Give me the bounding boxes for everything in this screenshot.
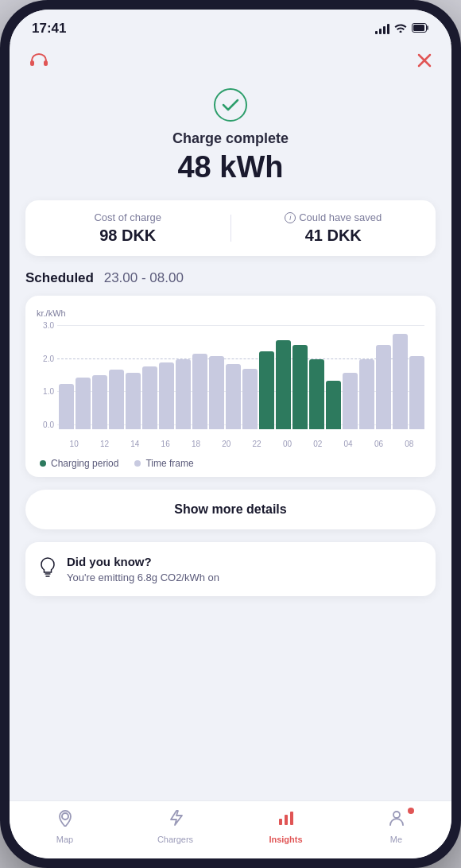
bar-10 (59, 384, 74, 429)
bar-14 (126, 373, 141, 429)
battery-icon (412, 23, 429, 35)
charge-complete-title: Charge complete (172, 130, 289, 147)
headset-icon[interactable] (29, 51, 49, 75)
x-label-02: 02 (303, 440, 333, 448)
x-label-22: 22 (242, 440, 272, 448)
x-label-20: 20 (211, 440, 242, 448)
charge-complete-section: Charge complete 48 kWh (25, 81, 436, 197)
svg-rect-6 (279, 819, 282, 825)
bar-30 (393, 334, 408, 429)
signal-bar-3 (383, 26, 385, 34)
signal-icon (375, 23, 389, 34)
bar-18 (192, 354, 207, 429)
map-icon (56, 809, 74, 831)
x-label-14: 14 (120, 440, 150, 448)
x-label-12: 12 (89, 440, 119, 448)
wifi-icon (394, 22, 407, 35)
x-label-16: 16 (150, 440, 180, 448)
could-have-saved-label: i Could have saved (285, 211, 382, 223)
bar-22 (259, 351, 274, 429)
signal-bar-2 (379, 29, 382, 34)
x-axis: 10 12 14 16 18 20 22 00 02 04 06 08 (59, 440, 424, 448)
status-bar: 17:41 (10, 10, 451, 43)
schedule-section: Scheduled 23.00 - 08.00 kr./kWh 3.0 (25, 270, 436, 477)
x-label-10: 10 (59, 440, 89, 448)
could-have-saved-value: 41 DKK (305, 227, 362, 245)
x-label-04: 04 (333, 440, 363, 448)
svg-rect-7 (285, 815, 288, 825)
bulb-icon (38, 556, 57, 583)
chart-legend: Charging period Time frame (37, 458, 424, 469)
nav-label-chargers: Chargers (157, 835, 193, 844)
x-label-18: 18 (180, 440, 211, 448)
bar-23 (276, 340, 291, 429)
bottom-nav: Map Chargers Insights (10, 800, 451, 858)
bar-20 (226, 364, 241, 429)
check-circle-icon (213, 87, 248, 122)
legend-timeframe-label: Time frame (145, 458, 193, 469)
cost-card: Cost of charge 98 DKK i Could have saved… (25, 200, 436, 256)
bar-24 (292, 345, 308, 429)
did-you-know-card: Did you know? You're emitting 6.8g CO2/k… (25, 542, 436, 596)
chart-y-label: kr./kWh (37, 308, 424, 318)
info-icon: i (285, 212, 296, 223)
svg-point-4 (215, 89, 246, 121)
x-label-00: 00 (272, 440, 302, 448)
svg-rect-3 (44, 60, 48, 66)
bar-19 (209, 356, 224, 429)
signal-bar-4 (387, 24, 389, 34)
nav-label-map: Map (56, 835, 73, 844)
svg-rect-2 (30, 60, 34, 66)
close-button[interactable] (416, 52, 432, 73)
main-content: Charge complete 48 kWh Cost of charge 98… (10, 43, 451, 852)
nav-label-insights: Insights (269, 835, 302, 844)
cost-of-charge-label: Cost of charge (94, 211, 161, 223)
nav-item-map[interactable]: Map (41, 809, 89, 844)
legend-charging-label: Charging period (51, 458, 118, 469)
bar-11 (76, 378, 91, 429)
did-you-know-title: Did you know? (67, 555, 219, 568)
chart-area: 3.0 2.0 1.0 (37, 321, 424, 448)
nav-label-me: Me (390, 835, 402, 844)
bar-15 (142, 366, 157, 429)
cost-of-charge-value: 98 DKK (99, 227, 156, 245)
svg-rect-8 (290, 812, 293, 825)
legend-time-frame: Time frame (134, 458, 193, 469)
bar-27 (343, 373, 358, 429)
bar-31 (409, 356, 424, 429)
me-icon (388, 809, 405, 831)
insights-icon (277, 809, 295, 831)
charge-amount: 48 kWh (177, 150, 283, 184)
legend-charging-period: Charging period (40, 458, 118, 469)
nav-item-insights[interactable]: Insights (262, 809, 310, 844)
chargers-icon (168, 809, 184, 831)
legend-dot-green (40, 460, 46, 467)
svg-point-9 (393, 812, 400, 818)
status-time: 17:41 (32, 21, 66, 37)
svg-rect-1 (413, 25, 424, 31)
show-more-details-button[interactable]: Show more details (25, 490, 436, 529)
bar-17 (176, 359, 191, 429)
me-badge (408, 808, 414, 814)
x-label-08: 08 (394, 440, 424, 448)
signal-bar-1 (375, 31, 378, 34)
did-you-know-body: You're emitting 6.8g CO2/kWh on (67, 572, 219, 583)
bar-21 (242, 369, 258, 429)
bar-13 (109, 370, 124, 429)
phone-screen: 17:41 (10, 10, 451, 858)
bar-12 (92, 375, 107, 429)
chart-container: kr./kWh 3.0 2.0 (25, 296, 436, 477)
nav-item-chargers[interactable]: Chargers (152, 809, 200, 844)
bar-25 (309, 359, 324, 429)
top-icons-row (25, 43, 436, 81)
status-icons (375, 22, 429, 35)
legend-dot-gray (134, 460, 141, 467)
x-label-06: 06 (363, 440, 393, 448)
bar-28 (359, 359, 374, 429)
nav-item-me[interactable]: Me (373, 809, 420, 844)
schedule-time: 23.00 - 08.00 (104, 270, 184, 285)
bar-26 (326, 381, 341, 429)
did-you-know-text: Did you know? You're emitting 6.8g CO2/k… (67, 555, 219, 583)
bar-16 (159, 362, 174, 429)
could-have-saved-item: i Could have saved 41 DKK (231, 211, 436, 245)
